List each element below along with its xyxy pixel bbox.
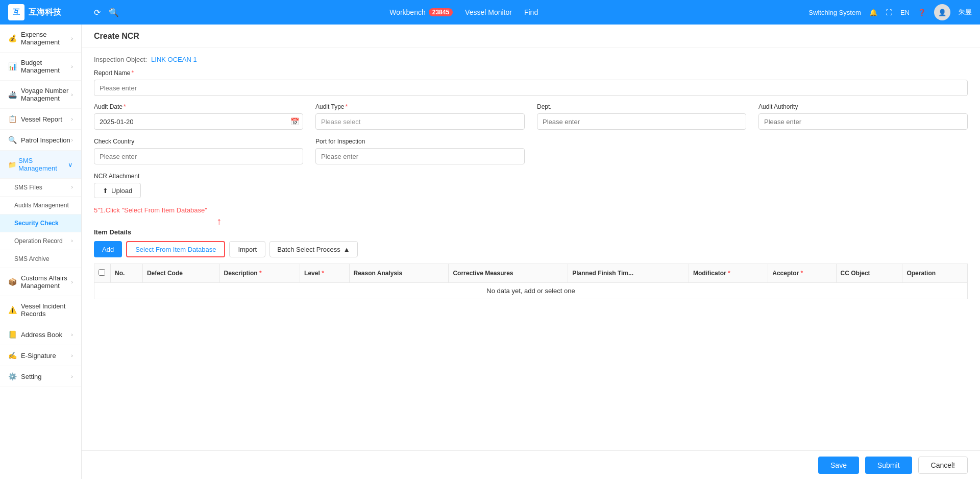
sidebar-item-expense[interactable]: 💰 Expense Management ›: [0, 25, 81, 53]
history-icon[interactable]: ⟳: [94, 8, 101, 17]
workbench-label: Workbench: [389, 8, 426, 16]
sidebar-label-patrol: Patrol Inspection: [21, 136, 71, 144]
audit-date-input[interactable]: [94, 113, 303, 130]
sidebar-item-sms-files[interactable]: SMS Files ›: [0, 179, 81, 197]
voyage-icon: 🚢: [8, 90, 17, 99]
cancel-button[interactable]: Cancel!: [918, 457, 968, 474]
upload-button[interactable]: ⬆ Upload: [94, 183, 141, 198]
batch-select-button[interactable]: Batch Select Process ▲: [270, 241, 357, 257]
add-button[interactable]: Add: [94, 241, 122, 257]
inspection-object-row: Inspection Object: LINK OCEAN 1: [94, 56, 968, 63]
table-header-description: Description *: [219, 264, 300, 283]
sidebar-label-operation-record: Operation Record: [14, 237, 63, 245]
sidebar-label-sms: SMS Management: [18, 157, 66, 172]
report-name-field: Report Name*: [94, 69, 968, 96]
dept-label: Dept.: [537, 103, 746, 110]
avatar[interactable]: 👤: [934, 4, 950, 20]
chevron-right-icon: ›: [71, 116, 73, 122]
bell-icon[interactable]: 🔔: [869, 9, 877, 16]
sidebar-item-address-book[interactable]: 📒 Address Book ›: [0, 324, 81, 345]
sidebar-item-sms[interactable]: 📁 SMS Management ∨: [0, 151, 81, 179]
inspection-object-label: Inspection Object:: [94, 56, 147, 63]
workbench-badge: 23845: [429, 8, 453, 16]
save-button[interactable]: Save: [818, 457, 859, 474]
audit-authority-input[interactable]: [758, 113, 968, 130]
sidebar-item-setting[interactable]: ⚙️ Setting ›: [0, 366, 81, 387]
attachment-label: NCR Attachment: [94, 173, 139, 180]
sidebar-label-voyage: Voyage Number Management: [21, 87, 71, 102]
table-header-operation: Operation: [902, 264, 968, 283]
table-empty-text: No data yet, add or select one: [94, 283, 968, 299]
sidebar-item-voyage[interactable]: 🚢 Voyage Number Management ›: [0, 81, 81, 109]
table-header-cc-object: CC Object: [836, 264, 902, 283]
search-icon[interactable]: 🔍: [109, 8, 119, 17]
audit-date-wrapper: 📅: [94, 113, 303, 130]
patrol-icon: 🔍: [8, 136, 17, 144]
logo-icon: 互: [8, 4, 24, 20]
audit-date-field: Audit Date* 📅: [94, 103, 315, 130]
vessel-incident-icon: ⚠️: [8, 306, 17, 314]
sidebar-item-vessel-incident[interactable]: ⚠️ Vessel Incident Records: [0, 296, 81, 324]
main-layout: 💰 Expense Management › 📊 Budget Manageme…: [0, 25, 980, 479]
select-from-db-button[interactable]: Select From Item Database: [126, 241, 225, 257]
form-section: Inspection Object: LINK OCEAN 1 Report N…: [82, 47, 980, 307]
dept-field: Dept.: [537, 103, 758, 130]
table-header-no: No.: [111, 264, 143, 283]
arrow-indicator: ↑: [216, 216, 968, 226]
sidebar-label-sms-archive: SMS Archive: [14, 255, 50, 262]
audit-authority-label: Audit Authority: [758, 103, 968, 110]
chevron-right-icon: ›: [71, 63, 73, 69]
switching-system-btn[interactable]: Switching System: [808, 9, 861, 16]
sidebar-item-operation-record[interactable]: Operation Record ›: [0, 232, 81, 250]
sms-icon: 📁: [8, 161, 16, 169]
report-name-input[interactable]: [94, 80, 968, 96]
sidebar-item-sms-archive[interactable]: SMS Archive: [0, 250, 81, 268]
sidebar-label-audits: Audits Management: [14, 202, 69, 209]
check-country-input[interactable]: [94, 148, 303, 164]
chevron-right-icon: ›: [71, 279, 73, 285]
vessel-monitor-nav-item[interactable]: Vessel Monitor: [465, 8, 512, 16]
sidebar-label-e-signature: E-Signature: [21, 352, 71, 360]
center-navigation: Workbench 23845 Vessel Monitor Find: [119, 8, 808, 16]
sidebar-label-address-book: Address Book: [21, 331, 71, 339]
content-area: Create NCR Inspection Object: LINK OCEAN…: [82, 25, 980, 479]
top-navigation: 互 互海科技 ⟳ 🔍 Workbench 23845 Vessel Monito…: [0, 0, 980, 25]
logo-text: 互海科技: [29, 7, 61, 18]
inspection-object-field: Inspection Object: LINK OCEAN 1: [94, 56, 197, 63]
workbench-nav-item[interactable]: Workbench 23845: [389, 8, 453, 16]
language-selector[interactable]: EN: [900, 9, 910, 16]
sidebar-item-e-signature[interactable]: ✍️ E-Signature ›: [0, 345, 81, 366]
upload-label: Upload: [111, 187, 132, 195]
chevron-down-icon: ∨: [68, 161, 73, 169]
audit-type-select[interactable]: Please select: [315, 113, 525, 130]
sidebar-label-expense: Expense Management: [21, 31, 71, 46]
select-all-checkbox[interactable]: [99, 269, 105, 276]
sidebar-item-security-check[interactable]: Security Check: [0, 214, 81, 232]
nav-icons: ⟳ 🔍: [94, 8, 119, 17]
table-empty-row: No data yet, add or select one: [94, 283, 968, 299]
batch-select-label: Batch Select Process: [277, 246, 340, 253]
fullscreen-icon[interactable]: ⛶: [886, 9, 892, 16]
audit-row: Audit Date* 📅 Audit Type* Please select: [94, 103, 968, 130]
sidebar-item-customs[interactable]: 📦 Customs Affairs Management ›: [0, 268, 81, 296]
chevron-right-icon: ›: [71, 352, 73, 358]
sidebar-label-customs: Customs Affairs Management: [21, 274, 71, 290]
dept-input[interactable]: [537, 113, 746, 130]
import-button[interactable]: Import: [229, 241, 265, 257]
sidebar-item-budget[interactable]: 📊 Budget Management ›: [0, 53, 81, 81]
item-details-table: No. Defect Code Description * Level * Re…: [94, 264, 968, 299]
sidebar-item-audits[interactable]: Audits Management: [0, 197, 81, 214]
username-label: 朱昱: [959, 8, 972, 17]
find-nav-item[interactable]: Find: [524, 8, 538, 16]
sidebar-label-vessel-report: Vessel Report: [21, 115, 71, 123]
sidebar-item-patrol[interactable]: 🔍 Patrol Inspection ›: [0, 130, 81, 151]
sidebar-item-vessel-report[interactable]: 📋 Vessel Report ›: [0, 109, 81, 130]
submit-button[interactable]: Submit: [865, 457, 912, 474]
help-icon[interactable]: ❓: [918, 9, 926, 16]
attachment-row: NCR Attachment ⬆ Upload: [94, 173, 968, 198]
sidebar-label-security-check: Security Check: [14, 220, 59, 227]
port-input[interactable]: [315, 148, 525, 164]
sidebar-label-vessel-incident: Vessel Incident Records: [21, 302, 73, 318]
logo-area: 互 互海科技: [8, 4, 90, 20]
check-country-field: Check Country: [94, 138, 315, 164]
